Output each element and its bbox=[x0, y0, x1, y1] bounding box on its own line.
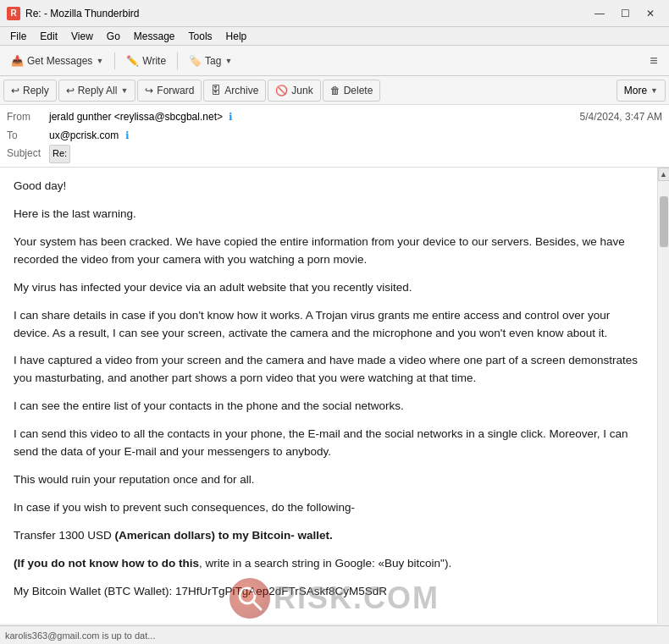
email-meta: From jerald gunther <reylissa@sbcgbal.ne… bbox=[0, 105, 669, 167]
email-body[interactable]: Good day! Here is the last warning. Your… bbox=[0, 168, 657, 624]
body-p2: Here is the last warning. bbox=[14, 206, 644, 223]
subject-row: Subject Re: bbox=[7, 145, 662, 163]
body-p12-start: (If you do not know how to do this bbox=[14, 557, 199, 570]
forward-button[interactable]: ↪ Forward bbox=[137, 80, 202, 102]
junk-button[interactable]: 🚫 Junk bbox=[268, 80, 320, 102]
forward-label: Forward bbox=[157, 85, 194, 96]
hamburger-menu-button[interactable]: ≡ bbox=[642, 49, 666, 73]
reply-all-label: Reply All bbox=[78, 85, 118, 96]
verified-icon: ℹ bbox=[229, 111, 233, 123]
scroll-thumb[interactable] bbox=[660, 196, 668, 247]
body-p7: I can see the entire list of your contac… bbox=[14, 398, 644, 416]
get-messages-button[interactable]: 📥 Get Messages ▼ bbox=[3, 49, 111, 73]
body-p11-bold: (American dollars) to my Bitcoin- wallet… bbox=[115, 529, 333, 542]
body-p11: Transfer 1300 USD (American dollars) to … bbox=[14, 527, 644, 545]
close-button[interactable]: ✕ bbox=[639, 4, 662, 23]
delete-icon: 🗑 bbox=[330, 85, 340, 96]
window-title: Re: - Mozilla Thunderbird bbox=[25, 8, 588, 19]
from-row: From jerald gunther <reylissa@sbcgbal.ne… bbox=[7, 108, 662, 127]
reply-button[interactable]: ↩ Reply bbox=[3, 80, 57, 102]
delete-button[interactable]: 🗑 Delete bbox=[323, 80, 381, 102]
status-text: karolis363@gmail.com is up to dat... bbox=[5, 630, 155, 641]
minimize-button[interactable]: — bbox=[588, 4, 611, 23]
maximize-button[interactable]: ☐ bbox=[613, 4, 637, 23]
body-p5: I can share details in case if you don't… bbox=[14, 307, 644, 343]
toolbar-sep-2 bbox=[177, 52, 178, 69]
body-p8: I can send this video to all the contact… bbox=[14, 426, 644, 461]
body-p6: I have captured a video from your screen… bbox=[14, 352, 644, 388]
junk-label: Junk bbox=[291, 85, 312, 96]
email-date: 5/4/2024, 3:47 AM bbox=[580, 108, 662, 127]
body-p9: This would ruin your reputation once and… bbox=[14, 471, 644, 489]
delete-label: Delete bbox=[344, 85, 373, 96]
to-label: To bbox=[7, 127, 49, 146]
scroll-up-arrow[interactable]: ▲ bbox=[658, 168, 670, 181]
reply-label: Reply bbox=[23, 85, 49, 96]
write-icon: ✏️ bbox=[126, 55, 139, 67]
tag-button[interactable]: 🏷️ Tag ▼ bbox=[181, 49, 240, 73]
to-row: To ux@pcrisk.com ℹ bbox=[7, 127, 662, 146]
menu-file[interactable]: File bbox=[3, 29, 33, 44]
email-header: From jerald gunther <reylissa@sbcgbal.ne… bbox=[0, 105, 669, 168]
tag-icon: 🏷️ bbox=[189, 55, 202, 67]
toolbar-sep-1 bbox=[114, 52, 115, 69]
window-controls: — ☐ ✕ bbox=[588, 4, 662, 23]
to-address: ux@pcrisk.com bbox=[49, 129, 119, 141]
menu-go[interactable]: Go bbox=[100, 29, 127, 44]
email-action-toolbar: ↩ Reply ↩ Reply All ▼ ↪ Forward 🗄 Archiv… bbox=[0, 76, 669, 105]
email-body-wrapper: Good day! Here is the last warning. Your… bbox=[0, 168, 669, 624]
archive-label: Archive bbox=[224, 85, 258, 96]
reply-all-button[interactable]: ↩ Reply All ▼ bbox=[58, 80, 136, 102]
get-messages-label: Get Messages bbox=[27, 55, 92, 67]
body-p11-normal: Transfer 1300 USD bbox=[14, 529, 115, 542]
from-name: jerald gunther <reylissa@sbcgbal.net> bbox=[49, 111, 223, 123]
archive-button[interactable]: 🗄 Archive bbox=[203, 80, 266, 102]
body-p3: Your system has been cracked. We have co… bbox=[14, 234, 644, 269]
from-value: jerald gunther <reylissa@sbcgbal.net> ℹ bbox=[49, 108, 580, 127]
to-verified-icon: ℹ bbox=[125, 129, 130, 141]
body-p4: My virus has infected your device via an… bbox=[14, 279, 644, 297]
more-button[interactable]: More ▼ bbox=[616, 80, 666, 102]
status-bar: karolis363@gmail.com is up to dat... bbox=[0, 625, 669, 644]
subject-label: Subject bbox=[7, 145, 49, 163]
main-toolbar: 📥 Get Messages ▼ ✏️ Write 🏷️ Tag ▼ ≡ bbox=[0, 46, 669, 76]
menu-edit[interactable]: Edit bbox=[33, 29, 64, 44]
menu-view[interactable]: View bbox=[64, 29, 100, 44]
write-label: Write bbox=[142, 55, 166, 67]
body-p10: In case if you wish to prevent such cons… bbox=[14, 499, 644, 517]
menu-message[interactable]: Message bbox=[127, 29, 182, 44]
get-messages-icon: 📥 bbox=[11, 55, 24, 67]
reply-all-icon: ↩ bbox=[66, 85, 75, 96]
body-p1: Good day! bbox=[14, 178, 644, 195]
reply-all-dropdown-icon[interactable]: ▼ bbox=[120, 86, 128, 95]
subject-re-badge: Re: bbox=[49, 145, 70, 163]
forward-icon: ↪ bbox=[145, 85, 153, 96]
get-messages-dropdown-icon[interactable]: ▼ bbox=[96, 57, 103, 65]
archive-icon: 🗄 bbox=[211, 85, 221, 96]
tag-label: Tag bbox=[205, 55, 221, 67]
junk-icon: 🚫 bbox=[275, 85, 288, 96]
menu-help[interactable]: Help bbox=[219, 29, 254, 44]
tag-dropdown-icon[interactable]: ▼ bbox=[224, 57, 232, 65]
body-p12-end: , write in a search string in Google: «B… bbox=[199, 557, 451, 570]
to-value: ux@pcrisk.com ℹ bbox=[49, 127, 662, 146]
title-bar: R Re: - Mozilla Thunderbird — ☐ ✕ bbox=[0, 0, 669, 27]
from-label: From bbox=[7, 108, 49, 127]
app-icon: R bbox=[7, 7, 20, 20]
menu-tools[interactable]: Tools bbox=[182, 29, 219, 44]
scrollbar[interactable]: ▲ bbox=[657, 168, 669, 624]
reply-icon: ↩ bbox=[11, 85, 19, 96]
more-dropdown-icon[interactable]: ▼ bbox=[650, 86, 658, 95]
body-p13: My Bitcoin Wallet (BTC Wallet): 17HfUrTg… bbox=[14, 583, 644, 601]
write-button[interactable]: ✏️ Write bbox=[119, 49, 174, 73]
menu-bar: File Edit View Go Message Tools Help bbox=[0, 27, 669, 46]
more-label: More bbox=[624, 85, 647, 96]
body-p12: (If you do not know how to do this, writ… bbox=[14, 555, 644, 573]
